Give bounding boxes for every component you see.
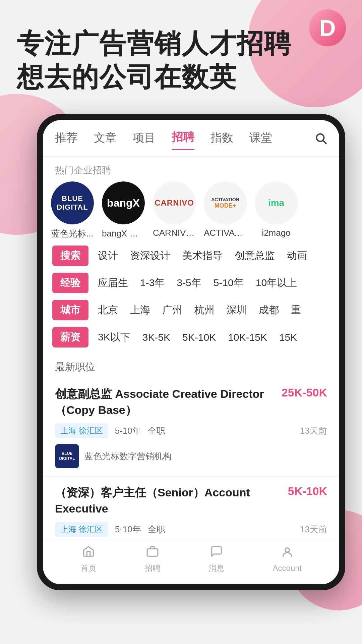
filter-section: 搜索 设计 资深设计 美术指导 创意总监 动画 经验 应届生 1-3年 3-5年: [43, 239, 339, 347]
job-title-row-1: 创意副总监 Associate Creative Director（Copy B…: [55, 386, 327, 418]
job-title-1: 创意副总监 Associate Creative Director（Copy B…: [55, 386, 282, 418]
svg-line-1: [323, 141, 326, 144]
job-type-1: 全职: [148, 425, 165, 437]
company-item-i2mago[interactable]: ima i2mago: [255, 181, 298, 238]
home-icon: [82, 545, 95, 561]
filter-row-search: 搜索 设计 资深设计 美术指导 创意总监 动画: [52, 246, 330, 266]
nav-item-classroom[interactable]: 课堂: [249, 130, 272, 150]
nav-item-index[interactable]: 指数: [210, 130, 233, 150]
job-location-tag-1[interactable]: 上海 徐汇区: [55, 423, 108, 438]
company-logo-bangx: bangX: [102, 181, 145, 224]
filter-option-guangzhou[interactable]: 广州: [162, 303, 182, 317]
filter-option-shanghai[interactable]: 上海: [130, 303, 150, 317]
filter-option-creative-dir[interactable]: 创意总监: [235, 249, 275, 263]
filter-tag-experience[interactable]: 经验: [52, 273, 88, 293]
latest-jobs-label: 最新职位: [43, 354, 339, 378]
nav-item-article[interactable]: 文章: [94, 130, 117, 150]
nav-item-recruit[interactable]: 招聘: [172, 129, 194, 150]
filter-option-3-5[interactable]: 3-5年: [177, 276, 201, 290]
filter-options-salary: 3K以下 3K-5K 5K-10K 10K-15K 15K: [98, 330, 297, 344]
filter-options-search: 设计 资深设计 美术指导 创意总监 动画: [98, 249, 307, 263]
recruit-icon: [146, 545, 159, 561]
bottom-nav: 首页 招聘: [43, 541, 339, 584]
hot-companies-label: 热门企业招聘: [43, 157, 339, 181]
bottom-nav-home[interactable]: 首页: [80, 545, 97, 574]
nav-bar: 推荐 文章 项目 招聘 指数 课堂: [43, 120, 339, 157]
filter-option-other[interactable]: 重: [291, 303, 301, 317]
filter-option-15k[interactable]: 15K: [279, 332, 297, 343]
nav-item-recommend[interactable]: 推荐: [55, 130, 78, 150]
bottom-nav-recruit[interactable]: 招聘: [144, 545, 161, 574]
filter-option-shenzhen[interactable]: 深圳: [227, 303, 247, 317]
nav-item-project[interactable]: 项目: [133, 130, 156, 150]
company-item-carnivo[interactable]: CARNIVO CARNIVO...: [153, 181, 196, 238]
company-name-carnivo: CARNIVO...: [153, 228, 196, 238]
hero-title: 专注广告营销人才招聘 想去的公司在数英: [17, 27, 302, 94]
filter-option-5-10[interactable]: 5-10年: [214, 276, 244, 290]
filter-row-city: 城市 北京 上海 广州 杭州 深圳 成都 重: [52, 300, 330, 320]
bottom-nav-account-label: Account: [273, 564, 302, 573]
job-type-2: 全职: [148, 524, 165, 535]
search-icon[interactable]: [314, 132, 327, 148]
job-salary-2: 5K-10K: [288, 485, 327, 498]
bottom-nav-message-label: 消息: [208, 563, 225, 574]
job-time-2: 13天前: [300, 524, 327, 535]
job-company-row-1: BLUEDIGITAL 蓝色光标数字营销机构: [55, 444, 327, 468]
company-name-bangx: bangX 上海: [102, 228, 145, 239]
job-card-2[interactable]: （资深）客户主任（Senior）Account Executive 5K-10K…: [43, 477, 339, 551]
job-card-1[interactable]: 创意副总监 Associate Creative Director（Copy B…: [43, 378, 339, 477]
company-logo-i2mago: ima: [255, 181, 298, 224]
filter-option-3k-below[interactable]: 3K以下: [98, 330, 130, 344]
account-icon: [281, 546, 294, 561]
job-experience-1: 5-10年: [115, 425, 141, 437]
filter-tag-city[interactable]: 城市: [52, 300, 88, 320]
company-logo-blue-digital: BLUEDIGITAL: [51, 181, 94, 224]
job-title-2: （资深）客户主任（Senior）Account Executive: [55, 485, 288, 517]
filter-option-fresh[interactable]: 应届生: [98, 276, 128, 290]
phone-frame: 推荐 文章 项目 招聘 指数 课堂 热门企业招聘: [37, 114, 345, 590]
svg-rect-2: [147, 549, 158, 556]
filter-option-design[interactable]: 设计: [98, 249, 118, 263]
job-title-row-2: （资深）客户主任（Senior）Account Executive 5K-10K: [55, 485, 327, 517]
filter-option-hangzhou[interactable]: 杭州: [194, 303, 215, 317]
svg-point-3: [285, 548, 290, 552]
job-time-1: 13天前: [300, 425, 327, 437]
filter-option-1-3[interactable]: 1-3年: [140, 276, 165, 290]
companies-row: BLUEDIGITAL 蓝色光标... bangX bangX 上海: [43, 181, 339, 239]
filter-options-city: 北京 上海 广州 杭州 深圳 成都 重: [98, 303, 301, 317]
company-name-activation: ACTIVATIO...: [204, 228, 247, 238]
filter-option-10-15k[interactable]: 10K-15K: [228, 332, 267, 343]
company-mini-name-1: 蓝色光标数字营销机构: [84, 450, 172, 462]
filter-row-salary: 薪资 3K以下 3K-5K 5K-10K 10K-15K 15K: [52, 327, 330, 347]
filter-option-10plus[interactable]: 10年以上: [256, 276, 297, 290]
filter-tag-search[interactable]: 搜索: [52, 246, 88, 266]
company-item-activation[interactable]: ACTIVATION MODE+ ACTIVATIO...: [204, 181, 247, 238]
filter-option-chengdu[interactable]: 成都: [259, 303, 279, 317]
bottom-nav-home-label: 首页: [80, 563, 97, 574]
filter-option-animation[interactable]: 动画: [287, 249, 307, 263]
company-item-blue-digital[interactable]: BLUEDIGITAL 蓝色光标...: [51, 181, 94, 239]
filter-option-art-dir[interactable]: 美术指导: [182, 249, 223, 263]
company-item-bangx[interactable]: bangX bangX 上海: [102, 181, 145, 239]
bottom-nav-message[interactable]: 消息: [208, 545, 225, 574]
filter-row-experience: 经验 应届生 1-3年 3-5年 5-10年 10年以上: [52, 273, 330, 293]
filter-options-experience: 应届生 1-3年 3-5年 5-10年 10年以上: [98, 276, 297, 290]
phone-screen: 推荐 文章 项目 招聘 指数 课堂 热门企业招聘: [43, 120, 339, 584]
app-logo-letter: D: [319, 15, 336, 41]
job-location-tag-2[interactable]: 上海 徐汇区: [55, 522, 108, 537]
filter-option-3-5k[interactable]: 3K-5K: [142, 332, 170, 343]
job-salary-1: 25K-50K: [282, 386, 327, 399]
hero-section: 专注广告营销人才招聘 想去的公司在数英: [17, 27, 302, 94]
company-name-blue-digital: 蓝色光标...: [51, 228, 94, 239]
phone-mockup: 推荐 文章 项目 招聘 指数 课堂 热门企业招聘: [20, 114, 362, 584]
filter-option-beijing[interactable]: 北京: [98, 303, 118, 317]
company-mini-logo-1: BLUEDIGITAL: [55, 444, 79, 468]
filter-tag-salary[interactable]: 薪资: [52, 327, 88, 347]
filter-option-5-10k[interactable]: 5K-10K: [182, 332, 216, 343]
company-name-i2mago: i2mago: [262, 228, 290, 238]
bottom-nav-account[interactable]: Account: [273, 546, 302, 573]
job-meta-row-2: 上海 徐汇区 5-10年 全职 13天前: [55, 522, 327, 537]
filter-option-senior-design[interactable]: 资深设计: [130, 249, 170, 263]
app-logo[interactable]: D: [309, 9, 346, 46]
company-logo-activation: ACTIVATION MODE+: [204, 181, 247, 224]
